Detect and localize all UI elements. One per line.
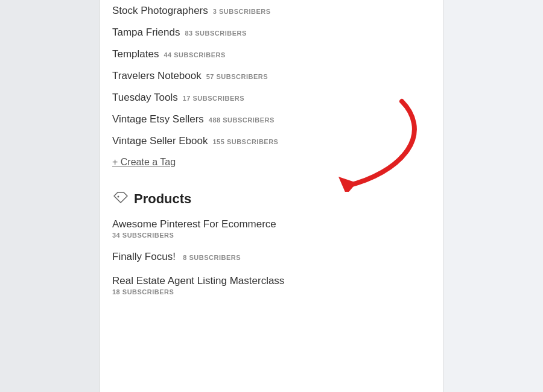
- tag-name[interactable]: Stock Photographers: [112, 5, 208, 17]
- product-item: Finally Focus! 8 SUBSCRIBERS: [112, 245, 431, 269]
- tag-item: Templates 44 SUBSCRIBERS: [112, 43, 431, 65]
- tag-subscriber-count: 155 SUBSCRIBERS: [212, 138, 278, 145]
- tag-subscriber-count: 17 SUBSCRIBERS: [183, 95, 244, 102]
- tag-subscriber-count: 83 SUBSCRIBERS: [185, 30, 246, 37]
- product-name[interactable]: Finally Focus!: [112, 251, 176, 262]
- tag-item: Vintage Etsy Sellers 488 SUBSCRIBERS: [112, 109, 431, 130]
- tag-name[interactable]: Templates: [112, 48, 159, 60]
- tags-list: Stock Photographers 3 SUBSCRIBERS Tampa …: [112, 0, 431, 152]
- content-inner: Stock Photographers 3 SUBSCRIBERS Tampa …: [112, 0, 431, 302]
- tag-name[interactable]: Vintage Etsy Sellers: [112, 113, 204, 125]
- svg-point-1: [118, 196, 119, 198]
- tag-item: Vintage Seller Ebook 155 SUBSCRIBERS: [112, 130, 431, 152]
- tag-subscriber-count: 488 SUBSCRIBERS: [209, 116, 275, 124]
- svg-marker-0: [338, 177, 357, 192]
- products-title: Products: [134, 191, 191, 207]
- products-icon: [112, 191, 129, 207]
- create-tag-link[interactable]: + Create a Tag: [112, 152, 176, 172]
- product-subscriber-count: 34 SUBSCRIBERS: [112, 232, 431, 239]
- product-name[interactable]: Awesome Pinterest For Ecommerce: [112, 218, 276, 230]
- right-sidebar: [443, 0, 543, 392]
- products-list: Awesome Pinterest For Ecommerce 34 SUBSC…: [112, 212, 431, 302]
- product-name[interactable]: Real Estate Agent Listing Masterclass: [112, 275, 284, 286]
- product-subscriber-count: 18 SUBSCRIBERS: [112, 288, 431, 296]
- product-subscriber-count: 8 SUBSCRIBERS: [183, 254, 241, 261]
- tag-item: Tuesday Tools 17 SUBSCRIBERS: [112, 87, 431, 109]
- tag-item: Stock Photographers 3 SUBSCRIBERS: [112, 0, 431, 22]
- product-item: Real Estate Agent Listing Masterclass 18…: [112, 269, 431, 302]
- tag-subscriber-count: 44 SUBSCRIBERS: [164, 51, 225, 58]
- tag-item: Travelers Notebook 57 SUBSCRIBERS: [112, 65, 431, 87]
- left-sidebar: [0, 0, 100, 392]
- tag-name[interactable]: Travelers Notebook: [112, 70, 202, 82]
- tag-subscriber-count: 3 SUBSCRIBERS: [213, 8, 271, 15]
- tag-name[interactable]: Tampa Friends: [112, 27, 180, 39]
- tag-name[interactable]: Tuesday Tools: [112, 92, 178, 104]
- products-section-header: Products: [112, 191, 431, 207]
- main-content: Stock Photographers 3 SUBSCRIBERS Tampa …: [100, 0, 443, 392]
- product-item: Awesome Pinterest For Ecommerce 34 SUBSC…: [112, 212, 431, 245]
- tag-item: Tampa Friends 83 SUBSCRIBERS: [112, 22, 431, 43]
- tag-subscriber-count: 57 SUBSCRIBERS: [206, 73, 268, 80]
- tag-name[interactable]: Vintage Seller Ebook: [112, 135, 208, 147]
